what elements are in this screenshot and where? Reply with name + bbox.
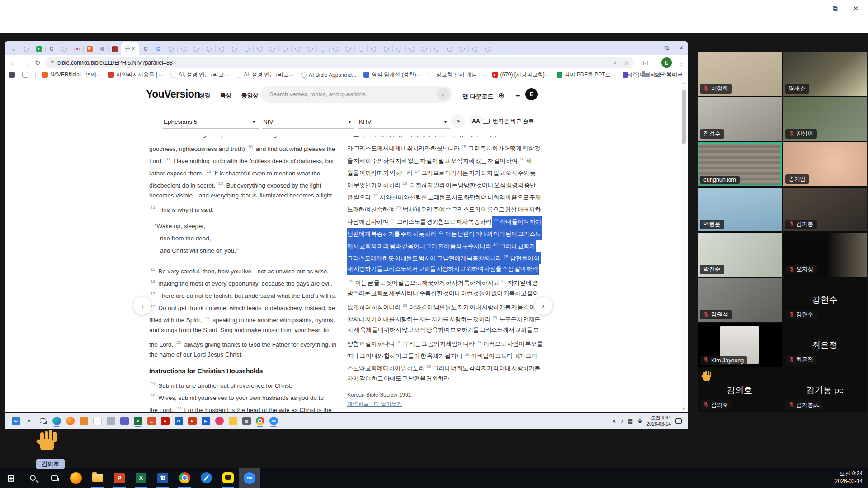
browser-tab-globe[interactable]	[329, 43, 342, 55]
browser-tab-globe[interactable]	[278, 43, 291, 55]
extensions-icon[interactable]: ⊡	[643, 59, 648, 66]
bookmark-item-9[interactable]: 정교회 신비 개념 -...	[428, 71, 485, 79]
browser-close-button[interactable]: ✕	[679, 45, 684, 51]
bookmark-item-5[interactable]: AI, 성경 앱, 그리고...	[170, 71, 228, 79]
url-bar[interactable]: ≡ bible.com/ko/bible/111/EPH.5.NIV?paral…	[45, 57, 634, 68]
browser-tab-globe[interactable]	[304, 43, 316, 55]
site-nav-2[interactable]: 동영상	[241, 92, 259, 99]
inner-taskbar-excel-icon[interactable]: X	[131, 414, 145, 428]
scroll-down-arrow[interactable]: ▼	[681, 408, 687, 411]
previous-chapter-button[interactable]: ‹	[133, 297, 151, 315]
browser-tab-globe[interactable]	[316, 43, 329, 55]
browser-tab-globe[interactable]	[177, 43, 190, 55]
tray-volume-icon[interactable]: ♪	[621, 418, 623, 424]
app-download-link[interactable]: 앱 다운로드	[462, 93, 494, 101]
site-search-input[interactable]: Search verses, topics, and questions... …	[260, 86, 452, 103]
inner-taskbar-search-icon[interactable]: ⌕	[23, 414, 36, 428]
taskbar-zoom-icon[interactable]: zm	[239, 468, 260, 488]
inner-taskbar-oblue-icon[interactable]: O	[172, 414, 185, 428]
participant-tile[interactable]: eunghun.kim	[698, 142, 782, 186]
browser-tab-db[interactable]: DB	[71, 43, 83, 55]
browser-tab-globe[interactable]	[456, 43, 468, 55]
back-button[interactable]: ←	[8, 59, 20, 66]
window-minimize-button[interactable]: ─	[809, 3, 819, 14]
site-settings-icon[interactable]: ≡	[51, 60, 54, 66]
inner-taskbar-zoomapp-icon[interactable]: zm	[267, 414, 280, 428]
taskbar-excel-icon[interactable]: X	[130, 468, 152, 488]
participant-tile[interactable]: 강현수강현수	[783, 278, 867, 322]
notification-center-icon[interactable]	[675, 418, 682, 424]
window-restore-button[interactable]: ⧉	[830, 3, 840, 14]
taskbar-ppt-icon[interactable]: P	[108, 468, 130, 488]
inner-taskbar-gray1-icon[interactable]	[104, 414, 118, 428]
all-bookmarks-label[interactable]: 모든 북마크	[654, 71, 683, 79]
participant-tile[interactable]: 최은정최은정	[783, 323, 867, 367]
reload-button[interactable]: ↻	[32, 59, 43, 67]
browser-tab-active-bible[interactable]: ×	[121, 42, 139, 55]
language-globe-icon[interactable]: ⊕	[498, 91, 505, 100]
inner-taskbar-orange-icon[interactable]	[77, 414, 90, 428]
inner-taskbar-task-icon[interactable]	[36, 414, 50, 428]
new-tab-button[interactable]: +	[494, 43, 506, 55]
browser-tab-play[interactable]: ▶	[33, 43, 45, 55]
browser-tab-r[interactable]: R	[83, 43, 96, 55]
taskbar-start-icon[interactable]: ⊞	[0, 468, 22, 488]
participant-tile[interactable]: 명재춘	[783, 52, 867, 96]
audio-button[interactable]: 🕩	[451, 114, 465, 128]
bookmark-item-4[interactable]: 마일리지사용물 | ...	[108, 71, 163, 79]
bookmark-item-8[interactable]: 영적 임재설 (성찬)...	[363, 71, 421, 79]
bookmarks-overflow-icon[interactable]: »	[628, 72, 631, 78]
bookmark-star-icon[interactable]: ☆	[624, 59, 629, 66]
next-chapter-button[interactable]: ›	[534, 297, 552, 315]
window-close-button[interactable]: ✕	[851, 3, 861, 14]
browser-tab-caret[interactable]: ⌄	[7, 43, 20, 55]
browser-profile-avatar[interactable]: E	[661, 57, 672, 68]
version-info-link[interactable]: 개역한글 - 더 알아보기	[347, 401, 402, 407]
participant-tile[interactable]: 김기봉 pc김기봉pc	[783, 368, 867, 412]
bookmark-item-11[interactable]: 감마 PDF를 PPT로...	[557, 71, 615, 79]
inner-taskbar-calc-icon[interactable]: ▦	[240, 414, 253, 428]
browser-tab-globe[interactable]	[354, 43, 367, 55]
taskbar-clock[interactable]: 오전 9:34 2026-03-14	[835, 470, 863, 486]
browser-tab-globe[interactable]	[228, 43, 241, 55]
participant-tile[interactable]: 진상민	[783, 97, 867, 141]
browser-tab-book[interactable]	[108, 43, 121, 55]
inner-taskbar-ppt-icon[interactable]: P	[185, 414, 199, 428]
browser-tab-globe[interactable]	[253, 43, 266, 55]
taskbar-compass-icon[interactable]	[195, 468, 217, 488]
forward-button[interactable]: →	[20, 59, 32, 66]
compare-exit-button[interactable]: 번역본 비교 종료	[483, 117, 534, 125]
browser-tab-globe[interactable]	[430, 43, 443, 55]
browser-minimize-button[interactable]: ─	[651, 45, 656, 51]
inner-taskbar-violet-icon[interactable]	[118, 414, 131, 428]
browser-menu-icon[interactable]: ⋮	[678, 59, 684, 66]
page-scrollbar[interactable]: ▲ ▼	[681, 80, 687, 412]
site-profile-avatar[interactable]: E	[525, 88, 538, 100]
inner-taskbar-pinkc-icon[interactable]	[212, 414, 226, 428]
browser-tab-globe[interactable]	[468, 43, 481, 55]
tray-network-icon[interactable]: ⊕	[637, 418, 642, 424]
taskbar-task-icon[interactable]	[43, 468, 65, 488]
participant-tile[interactable]: 송기범	[783, 142, 867, 186]
taskbar-chrome-icon[interactable]	[174, 468, 195, 488]
browser-tab-globe[interactable]	[203, 43, 215, 55]
version-selector-left[interactable]: NIV▼	[262, 115, 354, 129]
taskbar-hwp-icon[interactable]: 한	[152, 468, 174, 488]
taskbar-firefox-icon[interactable]	[65, 468, 87, 488]
participant-tile[interactable]: 오지성	[783, 233, 867, 277]
bookmark-item-10[interactable]: ▶(670) [사랑의교회]...	[492, 71, 549, 79]
inner-taskbar-osq-icon[interactable]: ≣	[145, 414, 158, 428]
browser-tab-globe[interactable]	[215, 43, 228, 55]
browser-tab-globe[interactable]	[266, 43, 278, 55]
participant-tile[interactable]: 이형희	[698, 52, 782, 96]
participant-tile[interactable]: 김기봉	[783, 188, 867, 231]
inner-taskbar-pdf-icon[interactable]: A	[158, 414, 172, 428]
participant-tile[interactable]: 정성수	[698, 97, 782, 141]
inner-taskbar-folder-icon[interactable]	[226, 414, 240, 428]
browser-tab-mic[interactable]	[96, 43, 108, 55]
browser-tab-globe[interactable]	[443, 43, 456, 55]
inner-taskbar-edge-icon[interactable]	[50, 414, 63, 428]
site-nav-0[interactable]: 성경	[199, 92, 210, 99]
browser-tab-globe[interactable]	[190, 43, 203, 55]
participant-tile[interactable]: 김원석	[698, 278, 782, 322]
